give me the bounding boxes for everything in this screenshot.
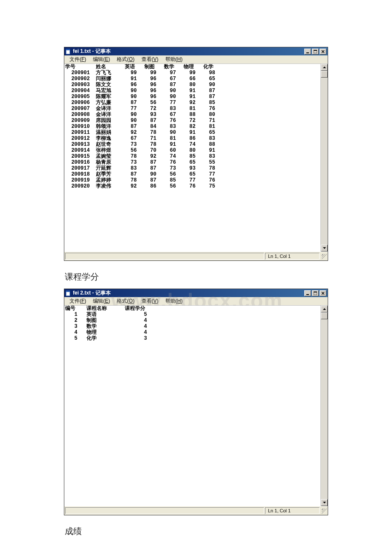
menu-item[interactable]: 文件(F) — [66, 55, 89, 64]
notepad-icon — [65, 290, 71, 296]
cell: 91 — [184, 130, 203, 136]
menu-item[interactable]: 帮助(H) — [162, 297, 186, 305]
cell: 77 — [125, 106, 144, 112]
cell: 76 — [203, 106, 223, 112]
cell: 70 — [144, 147, 164, 153]
cell: 81 — [164, 136, 184, 142]
cell: 65 — [203, 76, 223, 82]
cell: 92 — [184, 100, 203, 106]
cell: 91 — [164, 142, 184, 147]
table-row: 200919孟婷婷7887857776 — [65, 177, 320, 183]
cell: 张梓煜 — [96, 147, 125, 153]
window-controls — [304, 290, 326, 296]
menu-item[interactable]: 格式(O) — [113, 297, 138, 305]
table-row: 4物理4 — [65, 330, 320, 335]
column-header: 数学 — [164, 64, 184, 70]
cell: 56 — [144, 100, 164, 106]
cell: 87 — [125, 124, 144, 130]
statusbar: Ln 1, Col 1 — [64, 251, 328, 260]
cell: 金译洋 — [96, 112, 125, 118]
cell: 60 — [164, 147, 184, 153]
scroll-thumb[interactable] — [321, 312, 328, 319]
table-row: 200912李柳逸6771818683 — [65, 136, 320, 142]
cell: 77 — [203, 171, 223, 177]
cell: 96 — [144, 76, 164, 82]
cell: 李凌伟 — [96, 183, 125, 189]
table-row: 200908金译洋9093678880 — [65, 112, 320, 118]
svg-rect-1 — [66, 49, 70, 50]
cell: 66 — [184, 76, 203, 82]
table-row: 200902闫丽娜9196676665 — [65, 76, 320, 82]
status-pane-cursor: Ln 1, Col 1 — [265, 507, 320, 514]
client-area: 编号课程名称课程学分1英语52制图43数学44物理45化学3 — [64, 306, 328, 506]
resize-grip[interactable] — [320, 253, 327, 260]
cell: 92 — [144, 153, 164, 159]
cell: 200914 — [65, 147, 96, 153]
menu-item[interactable]: 编辑(E) — [89, 55, 113, 64]
client-area: 学号姓名英语制图数学物理化学200901方飞飞9999979998200902闫… — [64, 64, 328, 251]
cell: 92 — [125, 183, 144, 189]
cell: 87 — [144, 118, 164, 124]
menu-item[interactable]: 查看(V) — [138, 297, 162, 305]
svg-marker-8 — [323, 247, 326, 249]
menu-item[interactable]: 帮助(H) — [162, 55, 186, 64]
text-area[interactable]: 编号课程名称课程学分1英语52制图43数学44物理45化学3 — [64, 306, 320, 506]
cell: 200917 — [65, 165, 96, 171]
cell: 73 — [125, 159, 144, 165]
cell: 92 — [125, 130, 144, 136]
scroll-up-button[interactable] — [321, 64, 328, 71]
svg-marker-17 — [323, 502, 326, 503]
resize-grip[interactable] — [320, 507, 327, 514]
vertical-scrollbar[interactable] — [320, 64, 328, 251]
cell: 赵季芳 — [96, 171, 125, 177]
cell: 91 — [184, 88, 203, 94]
maximize-button[interactable] — [312, 49, 319, 55]
titlebar[interactable]: fei 2.txt - 记事本 — [64, 289, 328, 297]
scroll-down-button[interactable] — [321, 499, 328, 506]
cell: 200915 — [65, 153, 96, 159]
cell: 72 — [144, 106, 164, 112]
text-area[interactable]: 学号姓名英语制图数学物理化学200901方飞飞9999979998200902闫… — [64, 64, 320, 251]
cell: 5 — [125, 312, 155, 318]
scroll-thumb[interactable] — [321, 71, 328, 78]
menu-item[interactable]: 编辑(E) — [89, 297, 113, 305]
cell: 化学 — [86, 335, 125, 341]
scroll-down-button[interactable] — [321, 245, 328, 251]
close-button[interactable] — [320, 290, 326, 296]
titlebar[interactable]: fei 1.txt - 记事本 — [64, 47, 328, 55]
cell: 84 — [144, 124, 164, 130]
cell: 91 — [125, 76, 144, 82]
column-header: 制图 — [144, 64, 164, 70]
table-row: 200915孟婉莹7892748583 — [65, 153, 320, 159]
table-row: 200909席园园9087767271 — [65, 118, 320, 124]
cell: 赵世奇 — [96, 142, 125, 147]
column-header: 姓名 — [96, 64, 125, 70]
maximize-button[interactable] — [312, 290, 319, 296]
menu-item[interactable]: 文件(F) — [66, 297, 89, 305]
cell: 4 — [65, 330, 86, 335]
cell: 3 — [125, 335, 155, 341]
cell: 93 — [144, 112, 164, 118]
table-row: 200914张梓煜5670608091 — [65, 147, 320, 153]
vertical-scrollbar[interactable] — [320, 306, 328, 506]
close-button[interactable] — [320, 49, 326, 55]
scroll-track[interactable] — [321, 319, 328, 499]
cell: 74 — [164, 153, 184, 159]
cell: 亓延辉 — [96, 165, 125, 171]
cell: 87 — [144, 177, 164, 183]
cell: 96 — [144, 94, 164, 100]
menubar: 文件(F)编辑(E)格式(O)查看(V)帮助(H) — [64, 297, 328, 306]
cell: 孟婉莹 — [96, 153, 125, 159]
minimize-button[interactable] — [304, 290, 311, 296]
scroll-up-button[interactable] — [321, 306, 328, 312]
menu-item[interactable]: 格式(O) — [113, 55, 138, 64]
cell: 90 — [164, 94, 184, 100]
cell: 杨青原 — [96, 159, 125, 165]
table-row: 200913赵世奇7378917488 — [65, 142, 320, 147]
minimize-button[interactable] — [304, 49, 311, 55]
table-row: 5化学3 — [65, 335, 320, 341]
cell: 英语 — [86, 312, 125, 318]
scroll-track[interactable] — [321, 78, 328, 245]
menu-item[interactable]: 查看(V) — [138, 55, 162, 64]
cell: 55 — [203, 159, 223, 165]
